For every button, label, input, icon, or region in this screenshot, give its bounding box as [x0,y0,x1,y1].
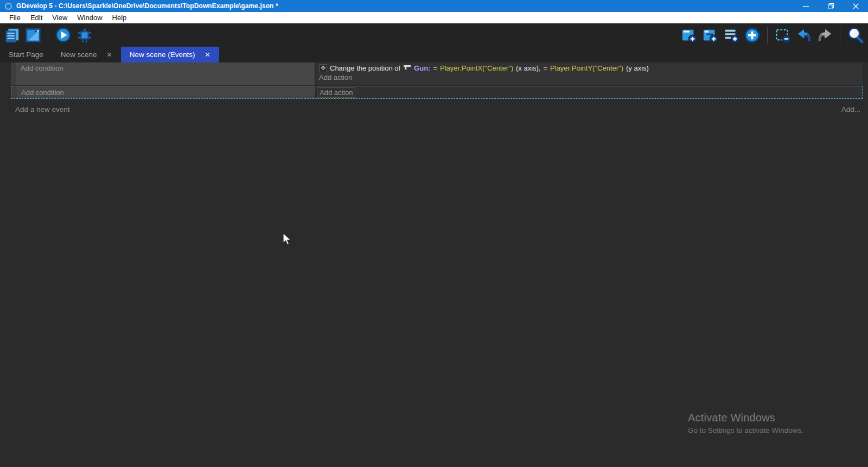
tab-label: Start Page [9,51,43,59]
move-position-icon: ✥ [319,64,327,72]
gdevelop-logo-icon [5,3,12,10]
add-event-icon[interactable] [680,27,697,43]
events-sheet: Add condition ✥ Change the position of G… [0,62,868,467]
tab-new-scene[interactable]: New scene ✕ [52,47,121,62]
action-text: (x axis), [516,64,541,72]
action-text: (y axis) [626,64,649,72]
add-action-button[interactable]: Add action [316,73,863,82]
actions-cell: Add action [317,86,862,98]
redo-icon[interactable] [816,27,833,43]
tab-label: New scene [61,51,97,59]
menu-bar: File Edit View Window Help [0,12,868,23]
gun-thumbnail-icon [403,64,411,72]
add-condition-button[interactable]: Add condition [16,62,315,85]
tab-close-icon[interactable]: ✕ [107,51,112,59]
event-row[interactable]: Add condition ✥ Change the position of G… [11,62,863,85]
event-drag-handle[interactable] [11,62,16,85]
window-title: GDevelop 5 - C:\Users\Sparkle\OneDrive\D… [16,2,278,10]
menu-view[interactable]: View [47,12,72,23]
add-comment-icon[interactable] [723,27,739,43]
toolbar-separator [840,27,840,43]
maximize-button[interactable] [818,0,843,12]
project-manager-icon[interactable] [3,27,20,43]
tab-label: New scene (Events) [130,51,195,59]
action-item[interactable]: ✥ Change the position of Gun: = Player.P… [316,62,863,73]
menu-file[interactable]: File [4,12,25,23]
event-row-selected[interactable]: Add condition Add action [11,86,863,99]
tab-close-icon[interactable]: ✕ [205,51,210,59]
add-condition-button[interactable]: Add condition [17,86,315,98]
toolbar-separator [767,27,768,43]
add-subevent-icon[interactable] [701,27,718,43]
tab-new-scene-events[interactable]: New scene (Events) ✕ [121,47,219,62]
add-action-button-focused[interactable]: Add action [317,87,355,98]
close-button[interactable] [843,0,868,12]
launch-preview-icon[interactable] [55,27,72,43]
menu-window[interactable]: Window [72,12,107,23]
menu-help[interactable]: Help [107,12,132,23]
action-operator: = [433,64,437,72]
scene-editor-icon[interactable] [24,27,41,43]
launch-debugger-icon[interactable] [76,27,93,43]
undo-icon[interactable] [795,27,812,43]
action-expression-x: Player.PointX("Center") [440,64,513,72]
action-operator: = [543,64,547,72]
add-new-event-button[interactable]: Add a new event [15,105,70,113]
delete-selected-event-icon[interactable] [774,27,791,43]
add-more-button[interactable]: Add... [841,105,860,113]
toolbar-separator [48,27,48,43]
tab-bar: Start Page New scene ✕ New scene (Events… [0,47,868,62]
menu-edit[interactable]: Edit [25,12,47,23]
mouse-cursor [282,232,294,248]
choose-add-event-icon[interactable] [744,27,761,43]
tab-start-page[interactable]: Start Page [0,47,52,62]
action-object-name: Gun: [414,64,430,72]
actions-cell: ✥ Change the position of Gun: = Player.P… [316,62,863,85]
action-expression-y: Player.PointY("Center") [550,64,623,72]
minimize-button[interactable] [793,0,818,12]
title-bar: GDevelop 5 - C:\Users\Sparkle\OneDrive\D… [0,0,868,12]
event-drag-handle[interactable] [11,86,17,98]
action-text: Change the position of [330,64,400,72]
toolbar [0,23,868,47]
search-icon[interactable] [847,27,864,43]
activate-windows-watermark: Activate Windows Go to Settings to activ… [688,412,803,434]
